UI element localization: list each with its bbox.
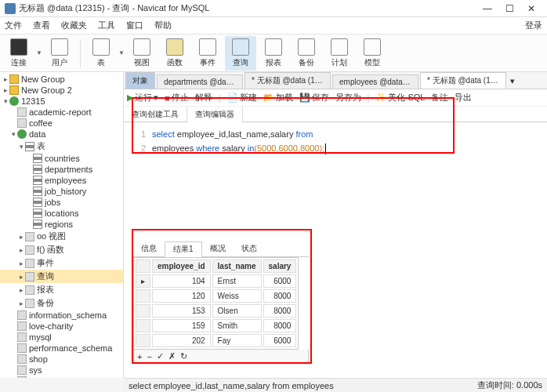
tree-item[interactable]: text2 — [0, 376, 123, 378]
status-sql: select employee_id,last_name,salary from… — [129, 381, 334, 390]
tree-item[interactable]: shop — [0, 354, 123, 365]
connect-button[interactable]: 连接 — [3, 36, 34, 71]
tab-objects[interactable]: 对象 — [125, 72, 155, 89]
model-icon — [364, 38, 381, 56]
explain-button[interactable]: 解释 — [195, 92, 212, 103]
tree-item[interactable]: performance_schema — [0, 343, 123, 354]
view-button[interactable]: 视图 — [126, 36, 158, 71]
tree-item[interactable]: love-charity — [0, 321, 123, 332]
cancel-icon[interactable]: ✗ — [168, 351, 176, 361]
tree-item[interactable]: ▸报表 — [0, 283, 123, 296]
function-button[interactable]: 函数 — [159, 36, 190, 71]
maximize-button[interactable]: ☐ — [498, 3, 520, 14]
tree-item[interactable]: employees — [0, 175, 123, 186]
remark-button[interactable]: 备注 — [431, 92, 448, 103]
login-link[interactable]: 登录 — [525, 20, 542, 31]
remove-row-icon[interactable]: − — [147, 352, 151, 361]
event-button[interactable]: 事件 — [192, 36, 223, 71]
menu-window[interactable]: 窗口 — [126, 20, 143, 31]
table-button[interactable]: 表 — [85, 36, 117, 71]
divider — [80, 39, 81, 67]
clock-icon — [199, 38, 216, 56]
tree-item[interactable]: countries — [0, 153, 123, 164]
tree-item[interactable]: sys — [0, 365, 123, 376]
tree-item[interactable]: ▸查询 — [0, 270, 123, 283]
tree-item[interactable]: ▾data — [0, 129, 123, 140]
tree-item[interactable]: ▸f() 函数 — [0, 243, 123, 256]
tree-item[interactable]: ▸New Group 2 — [0, 85, 123, 96]
tree-item[interactable]: ▸oo 视图 — [0, 230, 123, 243]
beautify-button[interactable]: ✨美化 SQL — [375, 92, 425, 103]
backup-button[interactable]: 备份 — [291, 36, 322, 71]
results-grid[interactable]: employee_idlast_namesalary ▸104Ernst6000… — [133, 257, 299, 350]
tab-untitled-2[interactable]: * 无标题 @data (12... — [420, 72, 506, 89]
query-button[interactable]: 查询 — [225, 36, 256, 71]
tree-item[interactable]: departments — [0, 164, 123, 175]
refresh-icon[interactable]: ↻ — [180, 351, 187, 361]
menu-tools[interactable]: 工具 — [98, 20, 115, 31]
tree-item[interactable]: ▸备份 — [0, 296, 123, 310]
result-tab-info[interactable]: 信息 — [133, 241, 165, 256]
result-tab-summary[interactable]: 概况 — [202, 241, 234, 256]
tree-item[interactable]: mysql — [0, 332, 123, 343]
menu-view[interactable]: 查看 — [33, 20, 50, 31]
result-tab-result1[interactable]: 结果1 — [165, 241, 202, 257]
query-icon — [232, 38, 249, 56]
sidebar[interactable]: ▸New Group▸New Group 2▾12315academic-rep… — [0, 72, 124, 378]
plan-button[interactable]: 计划 — [324, 36, 355, 71]
tree-item[interactable]: ▾12315 — [0, 96, 123, 107]
tree-item[interactable]: information_schema — [0, 310, 123, 321]
table-row[interactable]: ▸104Ernst6000 — [136, 274, 296, 288]
menu-favorites[interactable]: 收藏夹 — [61, 20, 87, 31]
calendar-icon — [331, 38, 348, 56]
plug-icon — [10, 38, 27, 56]
stop-button[interactable]: ■停止 — [165, 92, 189, 103]
commit-icon[interactable]: ✓ — [157, 351, 164, 361]
window-title: 无标题 @data (12315) - 查询 - Navicat for MyS… — [19, 2, 476, 14]
tree-item[interactable]: locations — [0, 208, 123, 219]
app-icon — [5, 3, 16, 14]
subtab-builder[interactable]: 查询创建工具 — [124, 107, 187, 122]
saveas-button[interactable]: 另存为 — [335, 92, 361, 103]
tab-employees[interactable]: employees @data (... — [332, 74, 418, 89]
model-button[interactable]: 模型 — [357, 36, 388, 71]
run-button[interactable]: ▶运行 ▾ — [127, 92, 158, 103]
tree-item[interactable]: coffee — [0, 118, 123, 129]
tab-untitled-1[interactable]: * 无标题 @data (12... — [245, 72, 331, 89]
tree-item[interactable]: regions — [0, 219, 123, 230]
export-button[interactable]: 导出 — [455, 92, 472, 103]
minimize-button[interactable]: — — [476, 3, 498, 14]
result-tab-status[interactable]: 状态 — [234, 241, 265, 256]
menu-file[interactable]: 文件 — [5, 20, 22, 31]
table-row[interactable]: 153Olsen8000 — [136, 304, 296, 318]
grid-nav[interactable]: + − ✓ ✗ ↻ — [133, 350, 309, 364]
menu-help[interactable]: 帮助 — [154, 20, 172, 31]
play-icon: ▶ — [127, 93, 133, 103]
chevron-down-icon[interactable]: ▼ — [36, 49, 42, 56]
tree-item[interactable]: job_history — [0, 186, 123, 197]
load-button[interactable]: 📂加载 — [263, 92, 293, 103]
tree-item[interactable]: ▸事件 — [0, 256, 123, 270]
table-row[interactable]: 202Fay6000 — [136, 334, 296, 347]
tabs-dropdown-icon[interactable]: ▾ — [508, 74, 517, 89]
status-time: 查询时间: 0.000s — [477, 379, 542, 391]
table-row[interactable]: 159Smith8000 — [136, 319, 296, 332]
table-icon — [92, 38, 110, 56]
close-button[interactable]: ✕ — [520, 3, 542, 14]
save-button[interactable]: 💾保存 — [299, 92, 329, 103]
new-button[interactable]: 📄新建 — [227, 92, 257, 103]
report-button[interactable]: 报表 — [258, 36, 289, 71]
sql-editor[interactable]: 1select employee_id,last_name,salary fro… — [124, 122, 547, 160]
function-icon — [166, 38, 183, 56]
subtab-editor[interactable]: 查询编辑器 — [187, 107, 243, 122]
tree-item[interactable]: ▸New Group — [0, 74, 123, 85]
add-row-icon[interactable]: + — [137, 352, 142, 361]
text-cursor — [325, 143, 326, 154]
chevron-down-icon[interactable]: ▼ — [118, 49, 125, 56]
tree-item[interactable]: academic-report — [0, 107, 123, 118]
tree-item[interactable]: ▾表 — [0, 140, 123, 153]
tree-item[interactable]: jobs — [0, 197, 123, 208]
tab-departments[interactable]: departments @data ... — [157, 74, 243, 89]
table-row[interactable]: 120Weiss8000 — [136, 289, 296, 303]
user-button[interactable]: 用户 — [44, 36, 75, 71]
